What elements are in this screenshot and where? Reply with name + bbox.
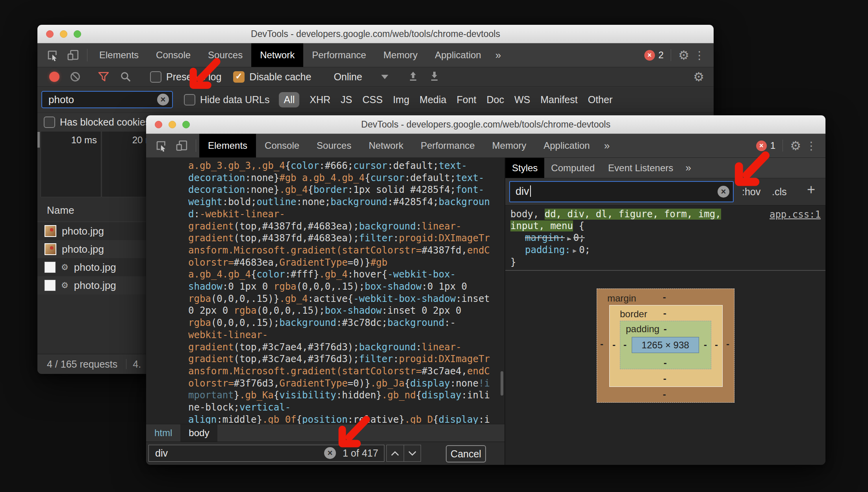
search-icon[interactable] (120, 71, 132, 83)
styles-filter-input[interactable]: div × (509, 181, 734, 202)
type-filter-css[interactable]: CSS (362, 94, 382, 105)
margin-right-value[interactable]: - (726, 338, 729, 350)
tab-application[interactable]: Application (426, 43, 490, 67)
kebab-menu-icon[interactable]: ⋮ (806, 139, 817, 152)
css-source-line: rgba(0,0,0,.15);background:#3c78dc;backg… (188, 317, 504, 329)
tab-computed[interactable]: Computed (544, 158, 601, 178)
type-filter-js[interactable]: JS (341, 94, 352, 105)
type-filter-manifest[interactable]: Manifest (540, 94, 577, 105)
css-value: 0; (573, 232, 585, 243)
cancel-search-button[interactable]: Cancel (446, 445, 486, 462)
filter-funnel-icon[interactable] (98, 71, 109, 82)
disable-cache-checkbox[interactable] (233, 71, 245, 83)
minimize-window-button[interactable] (60, 30, 67, 38)
border-top-value[interactable]: - (663, 308, 666, 319)
tab-application[interactable]: Application (535, 134, 598, 157)
import-har-icon[interactable] (408, 71, 419, 83)
network-settings-gear-icon[interactable]: ⚙ (693, 70, 704, 84)
box-model-content[interactable]: 1265 × 938 (632, 337, 699, 353)
padding-bottom-value[interactable]: - (664, 357, 667, 368)
error-badge[interactable]: × 2 (644, 50, 664, 61)
more-tabs-chevron[interactable]: » (599, 134, 615, 157)
previous-match-button[interactable] (387, 445, 404, 461)
hide-data-urls-checkbox[interactable] (184, 94, 195, 105)
close-window-button[interactable] (46, 30, 54, 38)
type-filter-doc[interactable]: Doc (486, 94, 504, 105)
titlebar[interactable]: DevTools - developers.google.com/web/too… (146, 115, 825, 134)
tab-elements[interactable]: Elements (91, 43, 147, 67)
has-blocked-cookies-checkbox[interactable] (44, 117, 55, 128)
minimize-window-button[interactable] (169, 121, 176, 128)
toggle-element-classes-button[interactable]: .cls (772, 186, 787, 198)
settings-gear-icon[interactable]: ⚙ (790, 139, 801, 153)
css-declaration[interactable]: padding:▸0; (510, 244, 825, 256)
throttling-select[interactable]: Online (334, 71, 362, 83)
type-filter-xhr[interactable]: XHR (310, 94, 330, 105)
padding-left-value[interactable]: - (623, 339, 627, 350)
type-filter-other[interactable]: Other (588, 94, 613, 105)
margin-left-value[interactable]: - (600, 338, 603, 350)
device-toolbar-icon[interactable] (63, 43, 84, 67)
tab-memory[interactable]: Memory (484, 134, 535, 157)
request-name: photo.jpg (74, 261, 116, 274)
clear-network-log-icon[interactable] (70, 71, 81, 82)
tab-styles[interactable]: Styles (505, 158, 544, 178)
border-left-value[interactable]: - (612, 339, 616, 350)
tab-network[interactable]: Network (251, 43, 303, 67)
clear-filter-icon[interactable]: × (157, 94, 169, 105)
type-filter-ws[interactable]: WS (514, 94, 530, 105)
zoom-window-button[interactable] (182, 121, 190, 128)
tab-sources[interactable]: Sources (308, 134, 360, 157)
clear-styles-filter-icon[interactable]: × (718, 186, 729, 198)
expand-triangle-icon[interactable]: ▸ (571, 246, 579, 255)
css-declaration-overridden[interactable]: margin:▸0; (510, 232, 825, 244)
type-filter-all[interactable]: All (279, 92, 299, 107)
devtools-tabbar: ElementsConsoleSourcesNetworkPerformance… (146, 134, 825, 158)
padding-right-value[interactable]: - (704, 339, 707, 350)
type-filter-media[interactable]: Media (419, 94, 446, 105)
tab-performance[interactable]: Performance (412, 134, 483, 157)
expand-triangle-icon[interactable]: ▸ (565, 234, 573, 242)
border-bottom-value[interactable]: - (663, 373, 666, 384)
border-right-value[interactable]: - (715, 339, 718, 350)
preserve-log-checkbox[interactable] (150, 71, 161, 83)
next-match-button[interactable] (404, 445, 421, 461)
settings-gear-icon[interactable]: ⚙ (678, 48, 689, 62)
inspect-element-icon[interactable] (42, 43, 63, 67)
tab-performance[interactable]: Performance (303, 43, 375, 67)
styles-sidebar: StylesComputedEvent Listeners » div × :h… (505, 158, 825, 465)
css-source-line: gradient(top,#4387fd,#4683ea);filter:pro… (188, 232, 504, 244)
device-toolbar-icon[interactable] (171, 134, 193, 157)
tab-console[interactable]: Console (256, 134, 308, 157)
close-window-button[interactable] (155, 121, 162, 128)
kebab-menu-icon[interactable]: ⋮ (694, 49, 705, 62)
zoom-window-button[interactable] (74, 30, 81, 38)
tab-network[interactable]: Network (360, 134, 412, 157)
new-style-rule-button[interactable]: + (807, 181, 815, 198)
type-filter-font[interactable]: Font (456, 94, 476, 105)
padding-top-value[interactable]: - (664, 324, 667, 335)
tab-event-listeners[interactable]: Event Listeners (601, 158, 680, 178)
breadcrumb-item-body[interactable]: body (180, 424, 217, 442)
overview-scrollbar[interactable] (37, 132, 40, 148)
more-tabs-chevron[interactable]: » (490, 43, 506, 67)
type-filter-img[interactable]: Img (393, 94, 410, 105)
export-har-icon[interactable] (429, 71, 440, 83)
css-source-viewer[interactable]: a.gb_3.gb_3,.gb_4{color:#666;cursor:defa… (146, 158, 504, 424)
inspect-element-icon[interactable] (151, 134, 171, 157)
stylesheet-source-link[interactable]: app.css:1 (770, 209, 821, 220)
source-scrollbar[interactable] (501, 371, 503, 396)
breadcrumb-item-html[interactable]: html (146, 424, 180, 442)
margin-top-value[interactable]: - (663, 292, 666, 303)
titlebar[interactable]: DevTools - developers.google.com/web/too… (37, 25, 714, 43)
error-badge[interactable]: × 1 (756, 140, 775, 151)
chevron-down-icon[interactable] (381, 75, 388, 79)
more-tabs-chevron[interactable]: » (680, 158, 697, 178)
tab-elements[interactable]: Elements (199, 134, 256, 157)
clear-search-icon[interactable]: × (324, 447, 336, 459)
record-network-log-button[interactable] (49, 72, 59, 82)
tab-memory[interactable]: Memory (375, 43, 427, 67)
network-filter-input[interactable]: photo × (41, 91, 173, 108)
tab-strip: StylesComputedEvent Listeners (505, 158, 680, 178)
margin-bottom-value[interactable]: - (663, 389, 666, 400)
